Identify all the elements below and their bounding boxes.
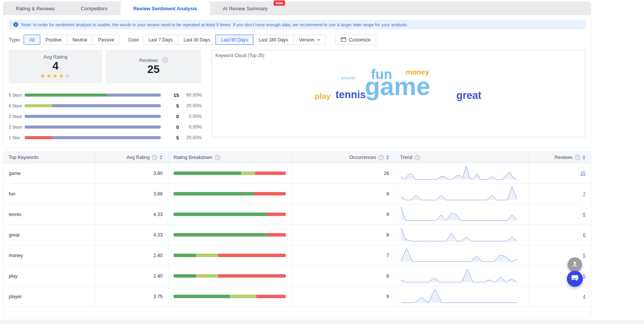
tab-rating-reviews[interactable]: Rating & Reviews <box>3 2 68 16</box>
type-option-positive[interactable]: Positive <box>40 35 67 45</box>
avg-rating-value: 2.40 <box>153 273 163 279</box>
breakdown-segment <box>174 192 254 195</box>
reviews-link[interactable]: 5 <box>583 273 585 279</box>
rating-breakdown-cell <box>168 204 291 224</box>
occurrences-cell: 26 <box>291 163 395 183</box>
sort-icon[interactable] <box>386 155 389 160</box>
scroll-top-button[interactable] <box>568 257 582 272</box>
date-filter-group: Last 7 DaysLast 30 DaysLast 90 DaysLast … <box>143 35 326 45</box>
chat-bubble-icon <box>571 274 579 284</box>
trend-cell <box>395 266 528 286</box>
reviews-link[interactable]: 6 <box>583 232 585 238</box>
star-row-count: 0 <box>161 124 179 130</box>
rating-breakdown-cell <box>168 286 291 307</box>
occurrences-value: 7 <box>386 253 389 258</box>
star-row-label: 3 Stars <box>9 114 25 119</box>
customize-button[interactable]: Customize <box>335 35 376 45</box>
rating-breakdown-bar <box>174 213 286 216</box>
reviews-link[interactable]: 15 <box>580 171 585 176</box>
help-icon[interactable]: ? <box>575 155 580 160</box>
type-option-all[interactable]: All <box>24 35 40 45</box>
rating-breakdown-bar <box>174 295 286 298</box>
star-row-bar-fill <box>25 104 52 107</box>
type-option-passive[interactable]: Passive <box>92 35 120 45</box>
col-header-label: Rating Breakdown <box>174 155 212 160</box>
star-row-count: 5 <box>161 103 179 109</box>
occurrences-cell: 8 <box>291 184 395 204</box>
star-row-percent: 0.00% <box>179 114 202 119</box>
reviews-cell: 15 <box>528 163 591 183</box>
rating-breakdown-cell <box>168 266 291 286</box>
star-icon: ★ <box>65 73 71 79</box>
help-icon[interactable]: ? <box>152 155 157 160</box>
star-row-bar <box>25 115 161 118</box>
avg-rating-cell: 4.33 <box>95 204 168 224</box>
sort-icon[interactable] <box>160 155 163 160</box>
keyword-cell: player <box>3 286 95 307</box>
occurrences-cell: 8 <box>291 225 395 245</box>
tab-review-sentiment-analysis[interactable]: Review Sentiment Analysis <box>120 2 210 16</box>
reviews-link[interactable]: 4 <box>583 294 585 299</box>
rating-breakdown-cell <box>168 245 291 265</box>
cloud-word-great[interactable]: great <box>456 91 481 101</box>
date-option-last-180-days[interactable]: Last 180 Days <box>253 35 294 45</box>
col-header-reviews[interactable]: Reviews? <box>528 152 591 163</box>
tab-competitors[interactable]: Competitors <box>68 2 120 16</box>
table-row: great4.3386 <box>3 225 591 245</box>
tab-ai-review-summary[interactable]: AI Review SummaryNew <box>210 2 281 16</box>
reviews-cell: 7 <box>528 184 591 204</box>
help-icon[interactable]: ? <box>415 155 420 160</box>
reviews-label: Reviews <box>139 57 158 63</box>
table-row: tennis4.3396 <box>3 204 591 225</box>
occurrences-cell: 9 <box>291 204 395 224</box>
note-text: Note: In order for sentiment analysis is… <box>21 22 408 27</box>
trend-cell <box>395 225 528 245</box>
date-option-last-90-days[interactable]: Last 90 Days <box>215 35 253 45</box>
avg-rating-value: 3.75 <box>153 294 163 299</box>
help-icon[interactable]: ? <box>215 155 220 160</box>
date-option-last-7-days[interactable]: Last 7 Days <box>143 35 178 45</box>
date-option-last-30-days[interactable]: Last 30 Days <box>178 35 216 45</box>
help-icon[interactable]: ? <box>163 57 168 63</box>
keyword-cell: tennis <box>3 204 95 224</box>
cloud-word-player[interactable]: player <box>341 75 356 80</box>
rating-breakdown-bar <box>174 274 286 278</box>
occurrences-value: 9 <box>386 294 389 299</box>
page-bottom-strip <box>0 321 644 324</box>
star-row-label: 5 Stars <box>9 93 25 97</box>
avg-rating-cell: 3.75 <box>95 286 168 307</box>
reviews-link[interactable]: 7 <box>583 191 585 197</box>
keyword-text: game <box>9 171 21 176</box>
col-header-occurrences[interactable]: Occurrences? <box>291 152 395 163</box>
trend-cell <box>395 245 528 265</box>
star-row-label: 2 Stars <box>9 125 25 129</box>
avg-rating-stars: ★★★★★ <box>40 73 71 79</box>
avg-rating-cell: 4.33 <box>95 225 168 245</box>
sort-icon[interactable] <box>582 155 585 160</box>
version-dropdown[interactable]: Version <box>293 35 326 45</box>
help-icon[interactable]: ? <box>378 155 384 160</box>
col-header-trend[interactable]: Trend? <box>395 152 528 163</box>
breakdown-segment <box>218 274 286 278</box>
type-option-neutral[interactable]: Neutral <box>67 35 93 45</box>
cloud-word-play[interactable]: play <box>315 92 331 100</box>
cloud-word-tennis[interactable]: tennis <box>335 90 366 100</box>
reviews-link[interactable]: 6 <box>583 212 585 217</box>
chat-launcher-button[interactable] <box>567 271 583 287</box>
col-header-label: Trend <box>400 155 412 160</box>
customize-label: Customize <box>349 37 370 43</box>
star-row-2-stars: 2 Stars00.00% <box>9 122 207 132</box>
keyword-text: great <box>9 232 20 238</box>
table-row: fun3.8687 <box>3 184 591 204</box>
keyword-cell: great <box>3 225 95 245</box>
col-header-rating-breakdown[interactable]: Rating Breakdown? <box>168 152 291 163</box>
star-row-percent: 60.00% <box>179 92 202 98</box>
breakdown-segment <box>196 274 218 278</box>
col-header-top-keywords[interactable]: Top Keywords <box>3 152 95 163</box>
reviews-link[interactable]: 5 <box>583 253 585 258</box>
occurrences-value: 6 <box>386 273 389 279</box>
rating-summary: Avg Rating 4 ★★★★★ Reviews ? 25 5 Stars1… <box>9 50 207 143</box>
trend-sparkline <box>400 246 518 264</box>
col-header-avg-rating[interactable]: Avg Rating? <box>95 152 168 163</box>
cloud-word-game[interactable]: game <box>365 74 430 99</box>
